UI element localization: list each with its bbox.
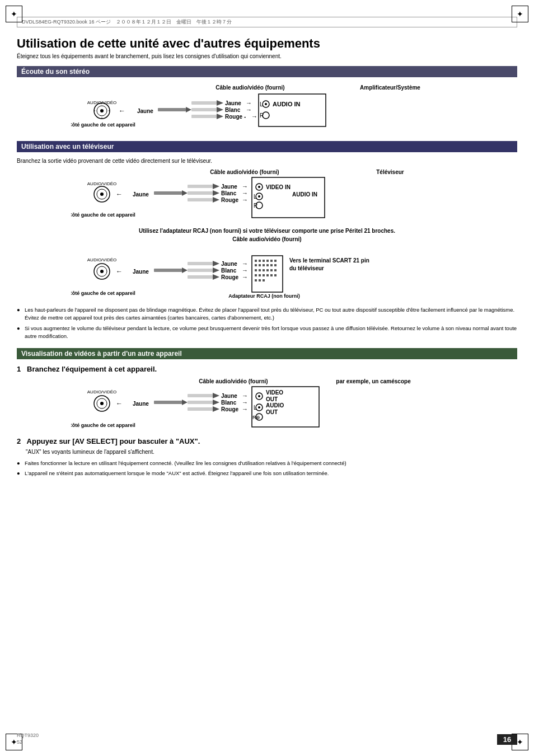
tv-notes: ● Les haut-parleurs de l'appareil ne dis…	[17, 306, 517, 340]
svg-rect-48	[188, 191, 213, 195]
svg-text:Jaune: Jaune	[133, 191, 149, 198]
svg-rect-111	[274, 274, 277, 276]
svg-text:OUT: OUT	[266, 396, 278, 402]
svg-text:→: →	[242, 267, 248, 274]
svg-point-28	[265, 103, 267, 105]
svg-marker-84	[213, 274, 219, 280]
svg-text:R: R	[254, 203, 257, 209]
step-2-note-b: ● L'appareil ne s'éteint pas automatique…	[17, 469, 517, 477]
header-bar: DVDLS84EG-RQT9320.book 16 ページ ２００８年１２月１２…	[17, 17, 517, 27]
svg-text:→: →	[242, 260, 248, 267]
svg-marker-128	[182, 400, 188, 405]
svg-text:Blanc: Blanc	[221, 190, 237, 196]
tv-diagram-1: Câble audio/vidéo (fourni) Téléviseur AU…	[17, 167, 517, 223]
cable-label2: Câble audio/vidéo (fourni)	[17, 236, 517, 242]
svg-rect-127	[154, 401, 182, 404]
svg-rect-106	[255, 274, 257, 276]
svg-point-124	[100, 402, 104, 405]
stereo-diagram: Câble audio/vidéo (fourni) Amplificateur…	[17, 83, 517, 133]
svg-rect-141	[252, 387, 319, 427]
page: ✦ ✦ ✦ ✦ DVDLS84EG-RQT9320.book 16 ページ ２０…	[0, 0, 534, 756]
svg-rect-129	[188, 394, 213, 397]
svg-text:Câble audio/vidéo (fourni): Câble audio/vidéo (fourni)	[210, 169, 279, 175]
svg-text:Rouge: Rouge	[221, 406, 239, 412]
svg-text:Blanc: Blanc	[221, 267, 237, 274]
step-1: 1 Branchez l'équipement à cet appareil. …	[17, 365, 517, 433]
svg-rect-90	[263, 260, 265, 262]
svg-marker-43	[182, 190, 188, 196]
tv-svg-2: AUDIO/VIDÉO ← Jaune Jaune → Blanc →	[71, 246, 463, 302]
svg-rect-18	[191, 108, 217, 111]
svg-text:Vers le terminal SCART 21 pin: Vers le terminal SCART 21 pin	[289, 257, 369, 264]
step-2-notes: ● Faites fonctionner la lecture en utili…	[17, 459, 517, 478]
svg-rect-26	[259, 94, 326, 126]
svg-point-5	[100, 109, 104, 112]
svg-rect-102	[263, 269, 265, 271]
svg-rect-93	[274, 260, 277, 262]
svg-rect-99	[274, 264, 277, 266]
step-2-note1: "AUX" les voyants lumineux de l'appareil…	[26, 449, 517, 455]
svg-rect-56	[252, 177, 325, 218]
subtitle: Éteignez tous les équipements avant le b…	[17, 53, 517, 59]
svg-rect-114	[263, 279, 265, 281]
svg-text:Jaune: Jaune	[221, 261, 237, 267]
svg-text:Adaptateur RCAJ (non fourni): Adaptateur RCAJ (non fourni)	[228, 293, 300, 299]
svg-marker-13	[186, 107, 191, 112]
svg-text:Rouge: Rouge	[221, 274, 239, 280]
svg-rect-96	[263, 264, 265, 266]
svg-marker-45	[213, 184, 219, 189]
tv-diagram-2: AUDIO/VIDÉO ← Jaune Jaune → Blanc →	[17, 246, 517, 302]
page-code2: 52	[17, 739, 22, 745]
svg-marker-53	[213, 197, 219, 203]
svg-text:L: L	[254, 194, 257, 200]
svg-point-58	[258, 186, 260, 188]
svg-text:OUT: OUT	[266, 409, 278, 415]
svg-text:Jaune: Jaune	[133, 401, 149, 407]
svg-text:Câble audio/vidéo (fourni): Câble audio/vidéo (fourni)	[199, 378, 268, 384]
svg-text:→: →	[242, 399, 248, 406]
svg-rect-14	[191, 101, 217, 105]
tv-note-2-text: Si vous augmentez le volume du téléviseu…	[25, 325, 517, 341]
svg-rect-89	[259, 260, 261, 262]
corner-mark-tl: ✦	[6, 6, 22, 22]
svg-text:par exemple, un caméscope: par exemple, un caméscope	[336, 378, 411, 384]
section-stereo: Écoute du son stéréo Câble audio/vidéo (…	[17, 66, 517, 133]
svg-text:→: →	[242, 406, 248, 412]
svg-rect-92	[270, 260, 273, 262]
step-2-note-a: ● Faites fonctionner la lecture en utili…	[17, 459, 517, 467]
svg-point-39	[100, 192, 104, 196]
svg-point-147	[258, 406, 260, 408]
svg-text:AUDIO IN: AUDIO IN	[273, 101, 301, 107]
svg-rect-97	[266, 264, 269, 266]
svg-text:←: ←	[116, 400, 123, 407]
svg-text:→: →	[246, 106, 252, 113]
svg-text:Côté gauche de cet appareil: Côté gauche de cet appareil	[71, 212, 135, 218]
svg-rect-108	[263, 274, 265, 276]
step-1-label: Branchez l'équipement à cet appareil.	[27, 365, 157, 373]
step-2-num: 2	[17, 437, 21, 445]
svg-text:R⊕: R⊕	[252, 415, 261, 420]
svg-text:Rouge -: Rouge -	[225, 114, 246, 120]
svg-rect-95	[259, 264, 261, 266]
tv-note-1: ● Les haut-parleurs de l'appareil ne dis…	[17, 306, 517, 322]
main-title: Utilisation de cette unité avec d'autres…	[17, 36, 517, 51]
svg-text:du téléviseur: du téléviseur	[289, 265, 324, 271]
svg-text:→: →	[242, 274, 248, 280]
step-2-note-b-text: L'appareil ne s'éteint pas automatiqueme…	[25, 469, 329, 477]
svg-point-62	[258, 195, 260, 198]
page-code: RQT9320	[17, 732, 39, 738]
svg-text:VIDEO IN: VIDEO IN	[266, 184, 291, 190]
svg-rect-137	[188, 407, 213, 411]
svg-rect-73	[154, 269, 182, 272]
svg-text:AUDIO/VIDÉO: AUDIO/VIDÉO	[87, 257, 116, 262]
section-tv-header: Utilisation avec un téléviseur	[17, 141, 517, 152]
svg-text:→: →	[242, 196, 248, 203]
svg-text:←: ←	[116, 267, 123, 275]
svg-rect-110	[270, 274, 273, 276]
svg-text:L: L	[260, 101, 263, 107]
svg-marker-76	[213, 261, 219, 266]
rcaj-warning: Utilisez l'adaptateur RCAJ (non fourni) …	[17, 228, 517, 234]
svg-rect-109	[266, 274, 269, 276]
page-footer: RQT9320 52 16	[17, 732, 517, 745]
svg-rect-94	[255, 264, 257, 266]
